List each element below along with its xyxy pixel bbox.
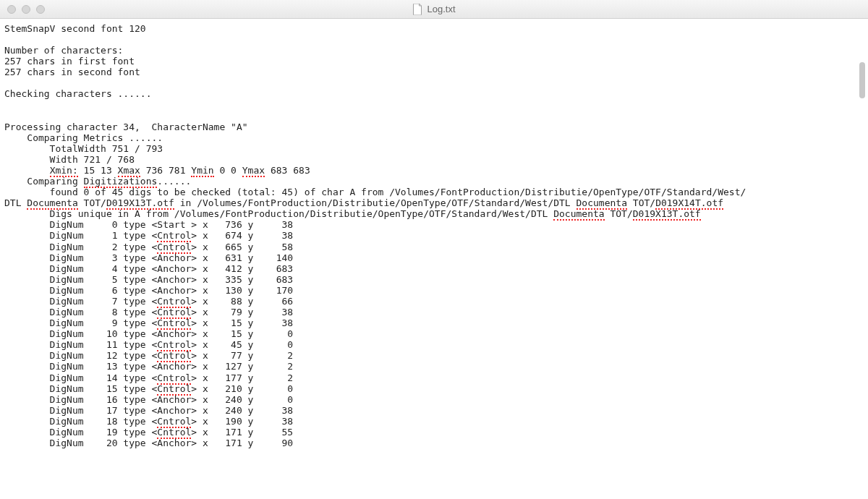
scrollbar-thumb[interactable] <box>859 62 865 98</box>
window-title-group: Log.txt <box>412 4 455 15</box>
window-title: Log.txt <box>427 4 455 14</box>
close-icon[interactable] <box>7 5 16 14</box>
log-text-content[interactable]: StemSnapV second font 120 Number of char… <box>0 19 868 499</box>
zoom-icon[interactable] <box>36 5 45 14</box>
window-controls <box>7 5 45 14</box>
document-icon <box>412 4 422 15</box>
minimize-icon[interactable] <box>22 5 30 14</box>
titlebar: Log.txt <box>0 0 868 19</box>
